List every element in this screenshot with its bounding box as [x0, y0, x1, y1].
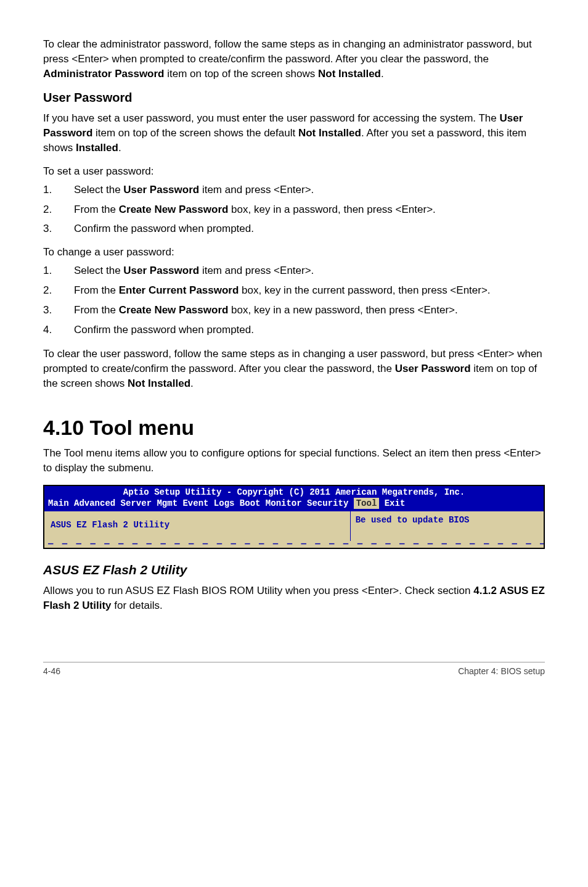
text-bold: User Password — [123, 184, 199, 196]
list-item: 2.From the Create New Password box, key … — [43, 202, 545, 217]
text-bold: Enter Current Password — [119, 284, 239, 296]
step-number: 1. — [43, 183, 52, 197]
text: . — [118, 142, 121, 154]
bios-header: Aptio Setup Utility - Copyright (C) 2011… — [44, 486, 544, 511]
bios-dashes: — — — — — — — — — — — — — — — — — — — — … — [44, 541, 544, 547]
list-item: 3.Confirm the password when prompted. — [43, 221, 545, 236]
list-item: 2.From the Enter Current Password box, k… — [43, 283, 545, 298]
text: item on top of the screen shows — [165, 68, 318, 80]
bios-menu-active-tool: Tool — [354, 498, 380, 509]
bios-body: ASUS EZ Flash 2 Utility Be used to updat… — [44, 511, 544, 541]
change-user-password-title: To change a user password: — [43, 246, 545, 258]
text: Select the — [74, 265, 123, 276]
text: item and press <Enter>. — [199, 184, 314, 196]
list-item: 4.Confirm the password when prompted. — [43, 323, 545, 337]
bios-menu-row: Main Advanced Server Mgmt Event Logs Boo… — [48, 498, 540, 510]
chapter-label: Chapter 4: BIOS setup — [458, 666, 545, 676]
text-bold: Create New Password — [119, 204, 229, 215]
text: box, key in a new password, then press <… — [228, 304, 457, 316]
bios-right-pane: Be used to update BIOS — [351, 511, 544, 541]
text: item on top of the screen shows the defa… — [92, 127, 298, 139]
text-bold: Installed — [76, 142, 118, 154]
list-item: 3.From the Create New Password box, key … — [43, 303, 545, 318]
clear-admin-password-paragraph: To clear the administrator password, fol… — [43, 37, 545, 81]
text-bold: Create New Password — [119, 304, 229, 316]
text: Allows you to run ASUS EZ Flash BIOS ROM… — [43, 585, 473, 596]
set-user-password-steps: 1.Select the User Password item and pres… — [43, 183, 545, 236]
text: box, key in a password, then press <Ente… — [228, 204, 435, 215]
text: item and press <Enter>. — [199, 265, 314, 276]
text-bold: Not Installed — [128, 377, 190, 389]
bios-menu-items: Exit — [379, 498, 405, 508]
text: box, key in the current password, then p… — [239, 284, 490, 296]
text: . — [381, 68, 384, 80]
list-item: 1.Select the User Password item and pres… — [43, 263, 545, 278]
ez-flash-heading: ASUS EZ Flash 2 Utility — [43, 563, 545, 577]
page-footer: 4-46 Chapter 4: BIOS setup — [43, 662, 545, 676]
step-number: 3. — [43, 303, 52, 318]
bios-left-pane: ASUS EZ Flash 2 Utility — [44, 511, 351, 541]
change-user-password-steps: 1.Select the User Password item and pres… — [43, 263, 545, 337]
step-number: 1. — [43, 263, 52, 278]
step-number: 2. — [43, 202, 52, 217]
text: for details. — [112, 600, 163, 611]
text-bold: User Password — [395, 363, 471, 374]
text: . — [190, 377, 194, 389]
text: From the — [74, 284, 119, 296]
bios-menu-items: Main Advanced Server Mgmt Event Logs Boo… — [48, 498, 354, 508]
text-bold: User Password — [123, 265, 199, 276]
bios-title: Aptio Setup Utility - Copyright (C) 2011… — [48, 487, 540, 498]
ez-flash-paragraph: Allows you to run ASUS EZ Flash BIOS ROM… — [43, 584, 545, 613]
text-bold: Not Installed — [318, 68, 381, 80]
text: To clear the administrator password, fol… — [43, 38, 532, 65]
step-number: 2. — [43, 283, 52, 298]
bios-screenshot: Aptio Setup Utility - Copyright (C) 2011… — [43, 485, 545, 548]
step-number: 3. — [43, 221, 52, 236]
tool-menu-heading: 4.10 Tool menu — [43, 416, 545, 440]
text: Select the — [74, 184, 123, 196]
bios-help-text: Be used to update BIOS — [356, 515, 470, 525]
text: If you have set a user password, you mus… — [43, 112, 500, 124]
clear-user-password-paragraph: To clear the user password, follow the s… — [43, 347, 545, 390]
text: From the — [74, 304, 119, 316]
step-number: 4. — [43, 323, 52, 337]
text: Confirm the password when prompted. — [74, 223, 254, 234]
user-password-heading: User Password — [43, 91, 545, 105]
bios-item-ez-flash: ASUS EZ Flash 2 Utility — [51, 520, 169, 530]
page-number: 4-46 — [43, 666, 60, 676]
tool-menu-intro: The Tool menu items allow you to configu… — [43, 446, 545, 476]
text: Confirm the password when prompted. — [74, 324, 254, 336]
text-bold: Administrator Password — [43, 68, 165, 80]
set-user-password-title: To set a user password: — [43, 165, 545, 178]
list-item: 1.Select the User Password item and pres… — [43, 183, 545, 197]
text: From the — [74, 204, 119, 215]
user-password-intro: If you have set a user password, you mus… — [43, 111, 545, 155]
text-bold: Not Installed — [298, 127, 361, 139]
